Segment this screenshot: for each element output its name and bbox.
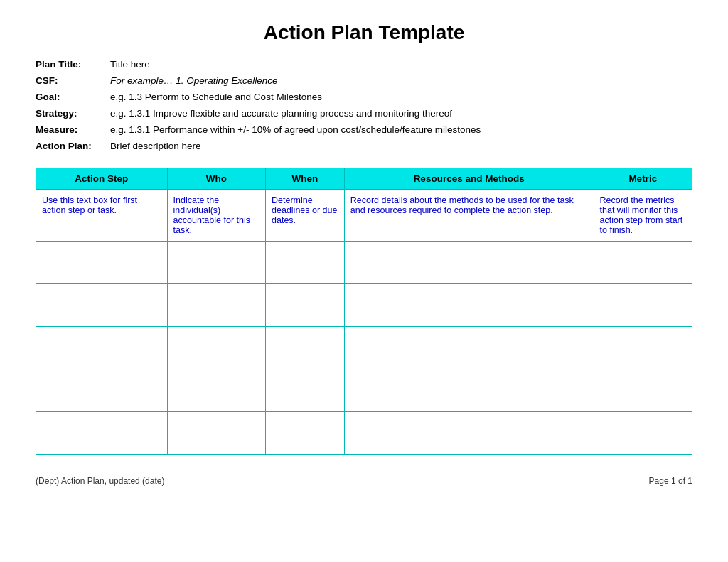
table-row — [36, 369, 692, 411]
plan-title-value: Title here — [110, 57, 150, 73]
header-metric: Metric — [594, 168, 692, 189]
header-resources: Resources and Methods — [344, 168, 594, 189]
measure-label: Measure: — [36, 122, 110, 139]
empty-row-4-when — [266, 326, 345, 369]
empty-row-3-metric — [594, 283, 692, 326]
empty-row-4-action — [36, 326, 168, 369]
strategy-value: e.g. 1.3.1 Improve flexible and accurate… — [110, 106, 452, 122]
first-row-metric: Record the metrics that will monitor thi… — [594, 189, 692, 241]
table-row — [36, 241, 692, 283]
empty-row-6-action — [36, 411, 168, 454]
strategy-label: Strategy: — [36, 106, 110, 122]
empty-row-3-action — [36, 283, 168, 326]
action-plan-value: Brief description here — [110, 139, 201, 155]
csf-label: CSF: — [36, 73, 110, 90]
empty-row-4-resources — [344, 326, 594, 369]
table-row — [36, 411, 692, 454]
first-row-resources: Record details about the methods to be u… — [344, 189, 594, 241]
empty-row-2-resources — [344, 241, 594, 283]
header-who: Who — [167, 168, 265, 189]
first-row-action-step: Use this text box for first action step … — [36, 189, 168, 241]
empty-row-5-who — [167, 369, 265, 411]
footer: (Dept) Action Plan, updated (date) Page … — [36, 476, 692, 486]
empty-row-5-resources — [344, 369, 594, 411]
meta-row-action-plan: Action Plan: Brief description here — [36, 139, 692, 155]
empty-row-5-metric — [594, 369, 692, 411]
header-action-step: Action Step — [36, 168, 168, 189]
empty-row-6-who — [167, 411, 265, 454]
first-row-who: Indicate the individual(s) accountable f… — [167, 189, 265, 241]
meta-row-goal: Goal: e.g. 1.3 Perform to Schedule and C… — [36, 90, 692, 106]
meta-row-csf: CSF: For example… 1. Operating Excellenc… — [36, 73, 692, 90]
table-row — [36, 326, 692, 369]
meta-section: Plan Title: Title here CSF: For example…… — [36, 57, 692, 155]
empty-row-2-who — [167, 241, 265, 283]
empty-row-3-who — [167, 283, 265, 326]
goal-label: Goal: — [36, 90, 110, 106]
empty-row-4-metric — [594, 326, 692, 369]
empty-row-3-resources — [344, 283, 594, 326]
footer-left: (Dept) Action Plan, updated (date) — [36, 476, 164, 486]
meta-row-measure: Measure: e.g. 1.3.1 Performance within +… — [36, 122, 692, 139]
csf-value: For example… 1. Operating Excellence — [110, 73, 278, 90]
action-plan-table: Action Step Who When Resources and Metho… — [36, 168, 692, 455]
empty-row-2-metric — [594, 241, 692, 283]
action-plan-label: Action Plan: — [36, 139, 110, 155]
meta-row-plan-title: Plan Title: Title here — [36, 57, 692, 73]
empty-row-2-when — [266, 241, 345, 283]
plan-title-label: Plan Title: — [36, 57, 110, 73]
empty-row-5-when — [266, 369, 345, 411]
table-row — [36, 283, 692, 326]
measure-value: e.g. 1.3.1 Performance within +/- 10% of… — [110, 122, 481, 139]
empty-row-4-who — [167, 326, 265, 369]
empty-row-3-when — [266, 283, 345, 326]
empty-row-6-resources — [344, 411, 594, 454]
table-row-first: Use this text box for first action step … — [36, 189, 692, 241]
table-container: Action Step Who When Resources and Metho… — [36, 168, 692, 455]
empty-row-6-when — [266, 411, 345, 454]
meta-row-strategy: Strategy: e.g. 1.3.1 Improve flexible an… — [36, 106, 692, 122]
empty-row-6-metric — [594, 411, 692, 454]
empty-row-5-action — [36, 369, 168, 411]
empty-row-2-action — [36, 241, 168, 283]
goal-value: e.g. 1.3 Perform to Schedule and Cost Mi… — [110, 90, 322, 106]
footer-right: Page 1 of 1 — [649, 476, 692, 486]
table-header-row: Action Step Who When Resources and Metho… — [36, 168, 692, 189]
first-row-when: Determine deadlines or due dates. — [266, 189, 345, 241]
page-title: Action Plan Template — [36, 21, 692, 44]
header-when: When — [266, 168, 345, 189]
